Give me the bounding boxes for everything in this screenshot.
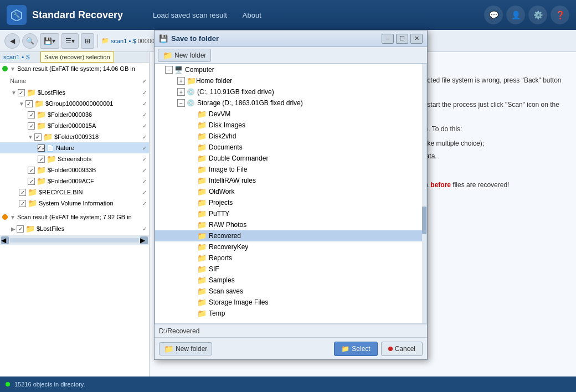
dialog-scrollbar[interactable] <box>422 64 426 323</box>
tree-folder-3[interactable]: 📁 Documents <box>155 142 426 153</box>
save-button[interactable]: 💾▾ Save (recover) selection <box>40 33 59 49</box>
folder-name: Disk2vhd <box>209 132 236 140</box>
folder-15a[interactable]: 📁 $Folder0000015A ✓ <box>0 120 149 131</box>
tree-computer[interactable]: − 🖥️ Computer <box>155 64 426 75</box>
tree-folder-14[interactable]: 📁 SIF <box>155 264 426 275</box>
lost-files-1[interactable]: ▼ 📁 $LostFiles ✓ <box>0 87 149 98</box>
expand-computer[interactable]: − <box>165 66 173 74</box>
checkbox-recycle[interactable] <box>19 189 26 196</box>
expand-home[interactable]: + <box>177 77 185 85</box>
tree-drive-c[interactable]: + 💿 (C:, 110.91GB fixed drive) <box>155 86 426 97</box>
nav-load-saved[interactable]: Load saved scan result <box>145 8 235 23</box>
folder-933b[interactable]: 📁 $Folder0000933B ✓ <box>0 164 149 176</box>
footer-new-folder-icon: 📁 <box>164 344 173 353</box>
checkbox-lost-files-1[interactable] <box>18 89 25 96</box>
folder-icon: 📁 <box>37 121 46 130</box>
tree-home[interactable]: + 📁 Home folder <box>155 75 426 86</box>
tree-folder-11[interactable]: 📁 Recovered <box>155 230 426 241</box>
list-button[interactable]: ☰▾ <box>61 33 79 49</box>
scan-result-1[interactable]: ▼ Scan result (ExFAT file system; 14.06 … <box>0 63 149 75</box>
folder-name: Samples <box>209 276 235 284</box>
recycle-bin[interactable]: 📁 $RECYCLE.BIN ✓ <box>0 187 149 198</box>
checkbox-9acf[interactable] <box>28 178 35 185</box>
folder-screenshots[interactable]: 📁 Screenshots ✓ <box>0 153 149 164</box>
top-bar-icons: 💬 👤 ⚙️ ❓ <box>484 6 569 24</box>
folder-name: Double Commander <box>209 154 268 162</box>
tree-folder-10[interactable]: 📁 RAW Photos <box>155 219 426 230</box>
folder-icon: 📁 <box>197 143 207 152</box>
tree-folder-16[interactable]: 📁 Scan saves <box>155 286 426 297</box>
folder-icon: 📁 <box>27 88 36 97</box>
breadcrumb-scan1[interactable]: scan1 <box>3 54 19 60</box>
tree-folder-0[interactable]: 📁 DevVM <box>155 109 426 120</box>
checkbox-15a[interactable] <box>28 122 35 130</box>
checkbox-group[interactable] <box>25 100 33 107</box>
select-button[interactable]: 📁 Select <box>334 342 377 356</box>
user-icon[interactable]: 👤 <box>506 6 525 24</box>
chat-icon[interactable]: 💬 <box>484 6 503 24</box>
tree-folder-17[interactable]: 📁 Storage Image Files <box>155 297 426 308</box>
tree-drive-d[interactable]: − 💿 Storage (D:, 1863.01GB fixed drive) <box>155 97 426 109</box>
computer-label: Computer <box>185 66 214 74</box>
settings-icon[interactable]: ⚙️ <box>528 6 547 24</box>
drive-c-label: (C:, 110.91GB fixed drive) <box>197 88 274 96</box>
restore-button[interactable]: ☐ <box>396 34 408 44</box>
group-1[interactable]: ▼ 📁 $Group10000000000001 ✓ <box>0 98 149 109</box>
expand-c[interactable]: + <box>177 88 185 96</box>
new-folder-button[interactable]: 📁 New folder <box>158 49 211 62</box>
back-button[interactable]: ◀ <box>4 33 20 49</box>
select-icon: 📁 <box>341 345 349 353</box>
save-to-folder-dialog: 💾 Save to folder − ☐ ✕ 📁 New folder − 🖥️… <box>154 30 428 360</box>
checkbox-lost-files-2[interactable] <box>17 225 24 233</box>
dialog-tree[interactable]: − 🖥️ Computer + 📁 Home folder + 💿 (C:, 1… <box>155 64 427 324</box>
cancel-button[interactable]: Cancel <box>381 342 423 356</box>
scan-result-2[interactable]: ▼ Scan result (ExFAT file system; 7.92 G… <box>0 211 149 223</box>
tree-folder-5[interactable]: 📁 Image to File <box>155 164 426 175</box>
svi[interactable]: 📁 System Volume Information ✓ <box>0 198 149 209</box>
file-nature[interactable]: ✓ 📄 Nature ✓ <box>0 142 149 153</box>
checkbox-nature[interactable]: ✓ <box>38 145 45 152</box>
close-button[interactable]: ✕ <box>410 34 423 44</box>
scroll-track[interactable] <box>10 238 139 243</box>
folder-name: PuTTY <box>209 210 229 218</box>
checkbox-36[interactable] <box>28 111 35 118</box>
scroll-right[interactable]: ▶ <box>140 236 148 244</box>
tree-folder-7[interactable]: 📁 OldWork <box>155 186 426 197</box>
footer-new-folder-button[interactable]: 📁 New folder <box>159 342 212 355</box>
tree-folder-4[interactable]: 📁 Double Commander <box>155 153 426 164</box>
checkbox-screenshots[interactable] <box>38 156 45 163</box>
grid-button[interactable]: ⊞ <box>81 33 94 49</box>
tree-folder-2[interactable]: 📁 Disk2vhd <box>155 131 426 142</box>
lost-files-1-label: $LostFiles <box>38 89 65 96</box>
folder-name: Documents <box>209 143 243 151</box>
folder-9318[interactable]: ▼ 📁 $Folder0009318 ✓ <box>0 131 149 142</box>
minimize-button[interactable]: − <box>382 34 394 44</box>
nav-about[interactable]: About <box>235 8 269 23</box>
scan-result-1-label: Scan result (ExFAT file system; 14.06 GB… <box>17 65 135 72</box>
tree-folder-1[interactable]: 📁 Disk Images <box>155 120 426 131</box>
folder-36[interactable]: 📁 $Folder0000036 ✓ <box>0 109 149 120</box>
search-button[interactable]: 🔍 <box>22 33 38 49</box>
breadcrumb-dollar[interactable]: $ <box>26 54 29 60</box>
lost-files-2[interactable]: ▶ 📁 $LostFiles ✓ <box>0 223 149 234</box>
tree-folder-8[interactable]: 📁 Projects <box>155 197 426 208</box>
tree-folder-6[interactable]: 📁 IntelliRAW rules <box>155 175 426 186</box>
h-scrollbar[interactable]: ◀ ▶ <box>0 235 149 245</box>
scroll-left[interactable]: ◀ <box>1 236 9 244</box>
tree-folder-13[interactable]: 📁 Reports <box>155 252 426 264</box>
tree-folder-9[interactable]: 📁 PuTTY <box>155 208 426 219</box>
checkbox-933b[interactable] <box>28 167 35 174</box>
tree-folder-15[interactable]: 📁 Samples <box>155 275 426 286</box>
checkbox-9318[interactable] <box>34 133 42 141</box>
scrollbar-thumb[interactable] <box>422 207 426 234</box>
tree-folder-12[interactable]: 📁 RecoveryKey <box>155 241 426 252</box>
tree-folder-18[interactable]: 📁 Temp <box>155 308 426 319</box>
expand-d[interactable]: − <box>177 99 185 107</box>
breadcrumb: 📁 scan1 • $ 0000000 <box>101 37 161 44</box>
folder-9acf[interactable]: 📁 $Folder0009ACF ✓ <box>0 176 149 187</box>
folder-name: Reports <box>209 254 232 262</box>
help-icon[interactable]: ❓ <box>551 6 569 24</box>
file-tree[interactable]: ▼ Scan result (ExFAT file system; 14.06 … <box>0 63 149 376</box>
checkbox-svi[interactable] <box>19 200 26 207</box>
computer-icon: 🖥️ <box>174 66 183 74</box>
